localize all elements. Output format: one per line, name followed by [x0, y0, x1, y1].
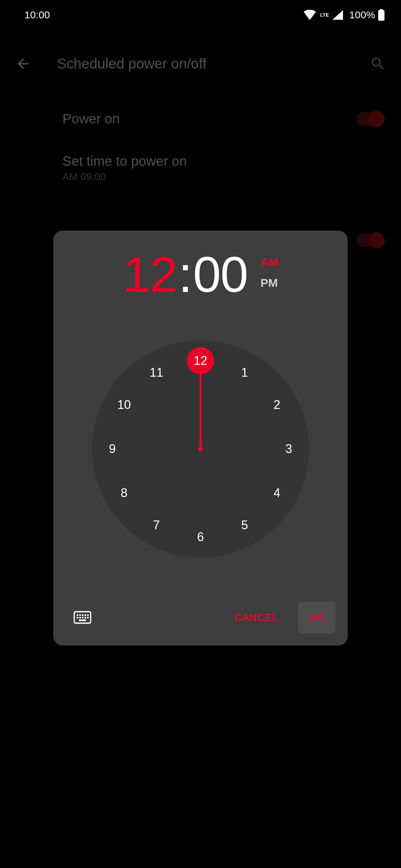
ampm-selector: AM PM — [261, 256, 279, 290]
clock-number-12[interactable]: 12 — [187, 347, 214, 374]
svg-rect-7 — [87, 614, 89, 616]
clock-number-9[interactable]: 9 — [99, 435, 126, 462]
time-display: 12 : 00 AM PM — [65, 250, 336, 300]
svg-rect-4 — [79, 614, 81, 616]
time-picker-dialog: 12 : 00 AM PM 121234567891011 — [53, 231, 348, 646]
dialog-footer: CANCEL OK — [65, 601, 336, 633]
clock-number-10[interactable]: 10 — [111, 391, 138, 418]
svg-rect-10 — [82, 617, 83, 618]
time-colon: : — [178, 250, 192, 300]
dialog-scrim: 12 : 00 AM PM 121234567891011 — [0, 0, 401, 868]
hour-value[interactable]: 12 — [122, 250, 177, 300]
svg-rect-11 — [84, 617, 86, 618]
clock-face[interactable]: 121234567891011 — [92, 340, 309, 557]
am-option[interactable]: AM — [261, 256, 279, 269]
clock-number-4[interactable]: 4 — [263, 479, 290, 507]
svg-rect-3 — [77, 614, 78, 616]
ok-button[interactable]: OK — [298, 601, 336, 633]
clock-number-5[interactable]: 5 — [231, 512, 258, 539]
keyboard-icon[interactable] — [70, 607, 95, 628]
minute-value[interactable]: 00 — [193, 250, 248, 300]
clock-number-6[interactable]: 6 — [187, 524, 214, 551]
svg-rect-13 — [79, 619, 86, 621]
cancel-button[interactable]: CANCEL — [222, 601, 290, 633]
clock-number-8[interactable]: 8 — [111, 479, 138, 507]
svg-rect-9 — [79, 617, 81, 618]
clock-number-1[interactable]: 1 — [231, 359, 258, 386]
svg-rect-6 — [84, 614, 86, 616]
clock-number-7[interactable]: 7 — [143, 512, 170, 539]
svg-rect-12 — [87, 617, 89, 618]
clock-center-dot — [198, 447, 203, 451]
svg-rect-8 — [77, 617, 78, 618]
clock-number-2[interactable]: 2 — [263, 391, 290, 418]
pm-option[interactable]: PM — [261, 276, 279, 290]
svg-rect-5 — [82, 614, 83, 616]
clock-number-3[interactable]: 3 — [275, 435, 302, 462]
clock-number-11[interactable]: 11 — [143, 359, 170, 386]
